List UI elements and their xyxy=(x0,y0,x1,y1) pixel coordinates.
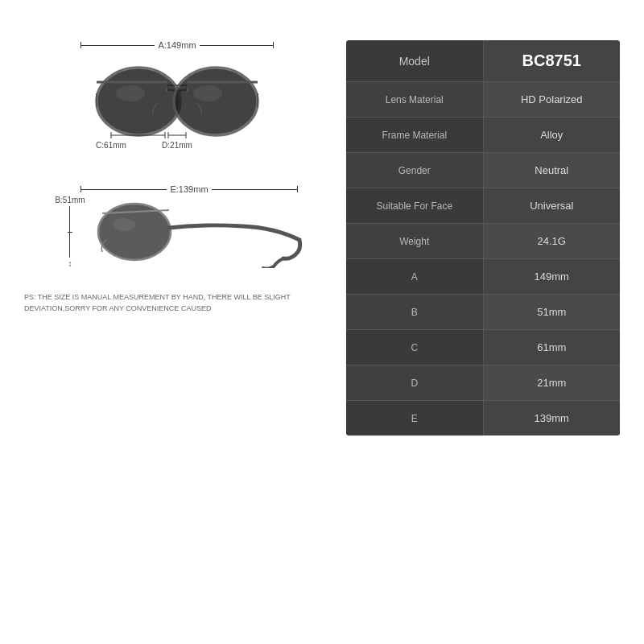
spec-row-0: ModelBC8751 xyxy=(346,40,620,82)
spec-label-4: Suitable For Face xyxy=(346,188,484,223)
svg-text:D:21mm: D:21mm xyxy=(162,141,192,150)
spec-label-6: A xyxy=(346,259,484,294)
spec-label-1: Lens Material xyxy=(346,82,484,117)
svg-point-2 xyxy=(97,68,180,135)
spec-row-10: E139mm xyxy=(346,401,620,436)
side-view-section: E:139mm B:51mm ↕ xyxy=(24,184,330,268)
spec-row-7: B51mm xyxy=(346,295,620,330)
left-panel: A:149mm xyxy=(24,32,330,314)
svg-point-12 xyxy=(116,85,145,101)
spec-label-2: Frame Material xyxy=(346,118,484,152)
spec-row-3: GenderNeutral xyxy=(346,153,620,188)
measurement-note: PS: THE SIZE IS MANUAL MEASUREMENT BY HA… xyxy=(24,292,330,314)
dim-a-line: A:149mm xyxy=(80,40,274,50)
dim-b-label: B:51mm xyxy=(55,196,85,204)
spec-row-1: Lens MaterialHD Polarized xyxy=(346,82,620,118)
spec-label-10: E xyxy=(346,401,484,436)
front-view-section: A:149mm xyxy=(24,40,330,156)
dim-a-label: A:149mm xyxy=(155,40,199,50)
spec-row-9: D21mm xyxy=(346,365,620,401)
svg-point-24 xyxy=(113,218,135,231)
spec-row-4: Suitable For FaceUniversal xyxy=(346,188,620,224)
spec-value-4: Universal xyxy=(484,188,621,223)
spec-label-7: B xyxy=(346,295,484,329)
spec-value-1: HD Polarized xyxy=(484,82,621,117)
spec-label-8: C xyxy=(346,330,484,365)
spec-row-5: Weight24.1G xyxy=(346,224,620,259)
spec-label-3: Gender xyxy=(346,153,484,188)
spec-value-10: 139mm xyxy=(484,401,621,436)
spec-row-8: C61mm xyxy=(346,330,620,365)
svg-point-3 xyxy=(174,68,258,135)
dim-b-indicator: B:51mm ↕ xyxy=(55,196,85,268)
dim-e-line: E:139mm xyxy=(80,184,298,194)
spec-value-7: 51mm xyxy=(484,295,621,329)
side-view-wrapper: B:51mm ↕ xyxy=(55,196,307,268)
glasses-side-svg xyxy=(90,196,308,268)
spec-value-0: BC8751 xyxy=(484,40,621,81)
spec-row-2: Frame MaterialAlloy xyxy=(346,118,620,153)
spec-value-5: 24.1G xyxy=(484,224,621,258)
dim-e-label: E:139mm xyxy=(167,184,211,194)
svg-text:C:61mm: C:61mm xyxy=(96,141,126,150)
svg-point-13 xyxy=(193,85,222,101)
specs-table: ModelBC8751Lens MaterialHD PolarizedFram… xyxy=(346,40,620,436)
spec-value-3: Neutral xyxy=(484,153,621,188)
main-container: A:149mm xyxy=(8,16,636,628)
spec-label-9: D xyxy=(346,365,484,400)
spec-value-2: Alloy xyxy=(484,118,621,152)
glasses-front-svg: C:61mm D:21mm xyxy=(80,52,274,156)
spec-row-6: A149mm xyxy=(346,259,620,295)
spec-value-9: 21mm xyxy=(484,365,621,400)
spec-label-5: Weight xyxy=(346,224,484,258)
spec-label-0: Model xyxy=(346,40,484,81)
spec-value-8: 61mm xyxy=(484,330,621,365)
spec-value-6: 149mm xyxy=(484,259,621,294)
